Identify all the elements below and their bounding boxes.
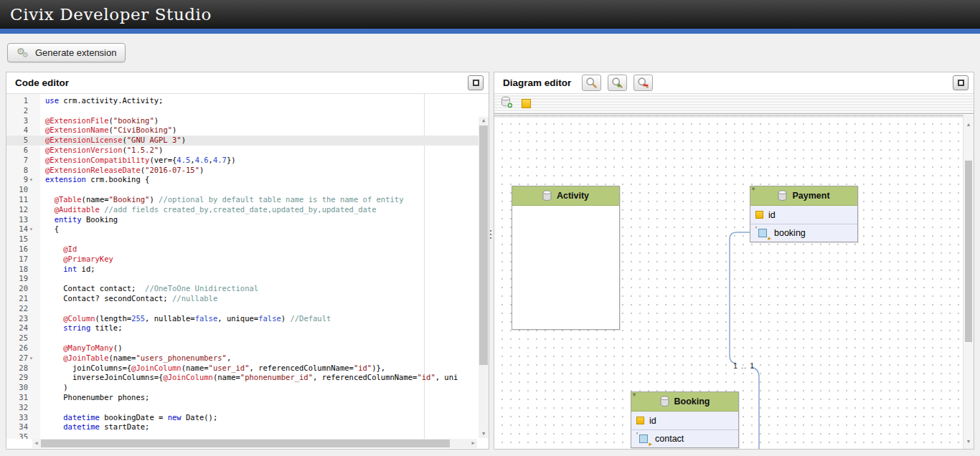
connector-multiplicity-label[interactable]: 1 .. 1 bbox=[733, 361, 755, 370]
scroll-down-icon[interactable]: ▼ bbox=[963, 437, 974, 446]
scroll-up-icon[interactable]: ▲ bbox=[963, 120, 974, 129]
entity-booking[interactable]: ▾Bookingid'▸contact bbox=[631, 391, 739, 448]
line-number[interactable]: 17 bbox=[6, 255, 28, 265]
line-number[interactable]: 27 bbox=[6, 353, 28, 364]
line-number[interactable]: 35 bbox=[6, 432, 28, 439]
scroll-left-icon[interactable]: ◀ bbox=[32, 439, 40, 448]
code-line-1[interactable]: 1use crm.activity.Activity; bbox=[6, 96, 479, 106]
line-number[interactable]: 33 bbox=[6, 413, 28, 423]
add-field-button[interactable] bbox=[522, 99, 531, 108]
maximize-button[interactable] bbox=[953, 75, 969, 90]
add-entity-button[interactable] bbox=[500, 95, 514, 112]
line-number[interactable]: 32 bbox=[6, 403, 28, 413]
line-number[interactable]: 5 bbox=[6, 136, 28, 146]
line-number[interactable]: 4 bbox=[6, 125, 28, 136]
code-horizontal-scrollbar[interactable]: ◀ ▶ bbox=[32, 439, 477, 448]
code-line-6[interactable]: 6@ExtensionVersion("1.5.2") bbox=[6, 146, 479, 156]
fold-arrow-icon[interactable]: ▾ bbox=[28, 175, 34, 185]
code-area[interactable]: 1use crm.activity.Activity;23@ExtensionF… bbox=[6, 94, 489, 449]
line-number[interactable]: 20 bbox=[6, 284, 28, 294]
entity-field-booking[interactable]: '▸booking bbox=[750, 224, 857, 242]
code-line-32[interactable]: 32 bbox=[6, 403, 479, 413]
line-number[interactable]: 29 bbox=[6, 373, 28, 383]
zoom-in-button[interactable]: + bbox=[608, 75, 627, 91]
line-number[interactable]: 9 bbox=[6, 175, 28, 185]
entity-payment[interactable]: ▾Paymentid'▸booking bbox=[750, 186, 858, 242]
entity-header[interactable]: ▾Payment bbox=[750, 186, 857, 206]
code-line-19[interactable]: 19 bbox=[6, 274, 479, 284]
code-line-8[interactable]: 8@ExtensionReleaseDate("2016-07-15") bbox=[6, 166, 479, 176]
code-line-27[interactable]: 27▾ @JoinTable(name="users_phonenumbers"… bbox=[6, 353, 479, 364]
maximize-button[interactable] bbox=[468, 75, 484, 90]
entity-header[interactable]: Activity bbox=[512, 186, 619, 206]
scroll-down-icon[interactable]: ▼ bbox=[479, 430, 489, 438]
code-line-29[interactable]: 29 inverseJoinColumns={@JoinColumn(name=… bbox=[6, 373, 479, 383]
code-line-2[interactable]: 2 bbox=[6, 106, 479, 116]
line-number[interactable]: 31 bbox=[6, 393, 28, 403]
line-number[interactable]: 2 bbox=[6, 106, 28, 116]
fold-arrow-icon[interactable]: ▾ bbox=[28, 224, 34, 234]
fold-arrow-icon[interactable]: ▾ bbox=[28, 353, 34, 364]
line-number[interactable]: 22 bbox=[6, 304, 28, 314]
scroll-right-icon[interactable]: ▶ bbox=[469, 439, 477, 448]
scrollbar-thumb[interactable] bbox=[479, 125, 488, 365]
entity-header[interactable]: ▾Booking bbox=[631, 392, 738, 412]
generate-extension-button[interactable]: ⚙⚙ Generate extension bbox=[7, 43, 126, 62]
code-line-34[interactable]: 34 datetime startDate; bbox=[6, 422, 479, 432]
line-number[interactable]: 21 bbox=[6, 294, 28, 304]
line-number[interactable]: 14 bbox=[6, 224, 28, 234]
line-number[interactable]: 26 bbox=[6, 343, 28, 353]
zoom-button[interactable] bbox=[582, 75, 601, 91]
line-number[interactable]: 23 bbox=[6, 314, 28, 324]
code-line-16[interactable]: 16 @Id bbox=[6, 244, 479, 255]
code-line-20[interactable]: 20 Contact contact; //OneToOne Unidirect… bbox=[6, 284, 479, 294]
code-line-10[interactable]: 10 bbox=[6, 185, 479, 195]
line-number[interactable]: 10 bbox=[6, 185, 28, 195]
code-line-22[interactable]: 22 bbox=[6, 304, 479, 314]
line-number[interactable]: 18 bbox=[6, 265, 28, 275]
code-line-24[interactable]: 24 string title; bbox=[6, 323, 479, 333]
entity-activity[interactable]: Activity bbox=[512, 186, 620, 330]
zoom-out-button[interactable] bbox=[633, 75, 653, 91]
line-number[interactable]: 6 bbox=[6, 146, 28, 156]
scrollbar-thumb[interactable] bbox=[965, 161, 972, 342]
line-number[interactable]: 34 bbox=[6, 422, 28, 432]
scrollbar-thumb[interactable] bbox=[41, 440, 450, 447]
line-number[interactable]: 13 bbox=[6, 215, 28, 225]
line-number[interactable]: 3 bbox=[6, 116, 28, 126]
entity-field-id[interactable]: id bbox=[631, 412, 738, 429]
code-line-35[interactable]: 35 bbox=[6, 432, 479, 439]
code-line-13[interactable]: 13 entity Booking bbox=[6, 215, 479, 225]
scroll-up-icon[interactable]: ▲ bbox=[479, 117, 489, 125]
line-number[interactable]: 8 bbox=[6, 166, 28, 176]
canvas-vertical-scrollbar[interactable]: ▲ ▼ bbox=[963, 115, 974, 449]
line-number[interactable]: 30 bbox=[6, 383, 28, 393]
code-line-31[interactable]: 31 Phonenumber phones; bbox=[6, 393, 479, 403]
line-number[interactable]: 1 bbox=[6, 96, 28, 106]
code-line-3[interactable]: 3@ExtensionFile("booking") bbox=[6, 116, 479, 126]
diagram-canvas[interactable]: 1 .. 1 Activity▾Paymentid'▸booking▾Booki… bbox=[494, 115, 963, 449]
code-line-26[interactable]: 26 @ManyToMany() bbox=[6, 343, 479, 353]
code-line-30[interactable]: 30 ) bbox=[6, 383, 479, 393]
code-line-11[interactable]: 11 @Table(name="Booking") //optional by … bbox=[6, 195, 479, 205]
line-number[interactable]: 7 bbox=[6, 156, 28, 166]
code-line-33[interactable]: 33 datetime bookingDate = new Date(); bbox=[6, 413, 479, 423]
code-line-7[interactable]: 7@ExtensionCompatibility(ver={4.5,4.6,4.… bbox=[6, 156, 479, 166]
line-number[interactable]: 25 bbox=[6, 333, 28, 343]
line-number[interactable]: 12 bbox=[6, 205, 28, 215]
collapse-icon[interactable]: ▾ bbox=[752, 186, 755, 192]
code-line-18[interactable]: 18 int id; bbox=[6, 265, 479, 275]
code-line-28[interactable]: 28 joinColumns={@JoinColumn(name="user_i… bbox=[6, 364, 479, 374]
code-line-9[interactable]: 9▾extension crm.booking { bbox=[6, 175, 479, 185]
code-line-17[interactable]: 17 @PrimaryKey bbox=[6, 255, 479, 265]
code-line-4[interactable]: 4@ExtensionName("CiviBooking") bbox=[6, 125, 479, 136]
collapse-icon[interactable]: ▾ bbox=[633, 391, 636, 398]
line-number[interactable]: 11 bbox=[6, 195, 28, 205]
code-vertical-scrollbar[interactable]: ▲ ▼ bbox=[479, 117, 489, 438]
code-line-21[interactable]: 21 Contact? secondContact; //nullable bbox=[6, 294, 479, 304]
entity-field-contact[interactable]: '▸contact bbox=[631, 429, 738, 447]
code-line-23[interactable]: 23 @Column(length=255, nullable=false, u… bbox=[6, 314, 479, 324]
code-line-5[interactable]: 5@ExtensionLicense("GNU AGPL 3") bbox=[6, 136, 479, 146]
code-line-15[interactable]: 15 bbox=[6, 234, 479, 244]
line-number[interactable]: 24 bbox=[6, 323, 28, 333]
